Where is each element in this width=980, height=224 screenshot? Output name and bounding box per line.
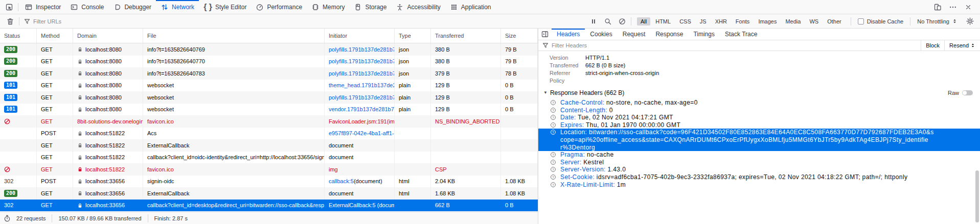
question-mark-icon[interactable]: ? <box>551 115 556 120</box>
initiator-link[interactable]: theme_head.1791b137de281... <box>329 82 395 88</box>
question-mark-icon[interactable]: ? <box>551 182 556 187</box>
question-mark-icon[interactable]: ? <box>551 108 556 113</box>
collapse-panel-button[interactable] <box>538 29 552 40</box>
column-header-domain[interactable]: Domain <box>73 29 143 43</box>
tab-storage[interactable]: Storage <box>349 0 391 14</box>
details-tab-timings[interactable]: Timings <box>688 29 720 40</box>
filter-urls-input[interactable] <box>33 18 586 24</box>
header-row[interactable]: ?X-Rate-Limit-Limit: 1m <box>538 181 980 189</box>
header-row[interactable]: ?Cache-Control: no-store, no-cache, max-… <box>538 99 980 107</box>
type-filter-css[interactable]: CSS <box>676 17 695 26</box>
details-tab-stack-trace[interactable]: Stack Trace <box>720 29 762 40</box>
column-header-file[interactable]: File <box>143 29 325 43</box>
header-row[interactable]: ?Server: Kestrel <box>538 159 980 166</box>
question-mark-icon[interactable]: ? <box>551 122 556 128</box>
type-filter-fonts[interactable]: Fonts <box>732 17 754 26</box>
column-header-type[interactable]: Type <box>395 29 431 43</box>
details-tab-headers[interactable]: Headers <box>552 29 585 40</box>
question-mark-icon[interactable]: ? <box>551 160 556 165</box>
details-tab-request[interactable]: Request <box>618 29 651 40</box>
close-devtools-button[interactable] <box>962 1 975 13</box>
vertical-scrollbar-thumb[interactable] <box>975 170 979 222</box>
tab-inspector[interactable]: Inspector <box>20 0 65 14</box>
initiator-link[interactable]: vendor.1791b137de281b787... <box>329 106 395 112</box>
question-mark-icon[interactable]: ? <box>551 100 556 105</box>
header-row[interactable]: ?Content-Length: 0 <box>538 107 980 114</box>
header-row[interactable]: ?Pragma: no-cache <box>538 151 980 159</box>
request-row[interactable]: 200GETlocalhost:8080info?t=1635826640783… <box>0 67 538 80</box>
tab-debugger[interactable]: Debugger <box>108 0 156 14</box>
question-mark-icon[interactable]: ? <box>551 130 556 135</box>
header-row[interactable]: ?Expires: Thu, 01 Jan 1970 00:00:00 GMT <box>538 121 980 129</box>
request-row[interactable]: POSTlocalhost:51822Acse957f897-042e-4ba1… <box>0 128 538 140</box>
request-row[interactable]: 101GETlocalhost:8080websocketpolyfills.1… <box>0 91 538 104</box>
initiator-link[interactable]: e957f897-042e-4ba1-aff1-... <box>329 130 395 136</box>
type-filter-all[interactable]: All <box>637 17 650 26</box>
type-filter-js[interactable]: JS <box>696 17 710 26</box>
header-row[interactable]: ?Server-Version: 1.43.0 <box>538 166 980 173</box>
request-row[interactable]: 200GETlocalhost:33656ExternalCallbackdoc… <box>0 187 538 200</box>
pause-recording-button[interactable] <box>586 15 601 28</box>
column-header-initiator[interactable]: Initiator <box>325 29 395 43</box>
filter-headers-input[interactable] <box>552 42 921 48</box>
search-button[interactable] <box>601 15 615 28</box>
tab-application[interactable]: Application <box>445 0 496 14</box>
disable-cache-checkbox[interactable] <box>858 18 864 24</box>
initiator-link[interactable]: FaviconLoader.jsm:191 <box>329 118 387 125</box>
throttling-select[interactable]: No Throttling <box>912 18 963 24</box>
column-header-method[interactable]: Method <box>37 29 73 43</box>
question-mark-icon[interactable]: ? <box>551 167 556 172</box>
type-filter-html[interactable]: HTML <box>652 17 674 26</box>
clear-requests-button[interactable] <box>3 15 17 28</box>
disable-cache-option[interactable]: Disable Cache <box>853 18 909 24</box>
type-filter-images[interactable]: Images <box>755 17 780 26</box>
request-row[interactable]: 101GETlocalhost:8080websockettheme_head.… <box>0 80 538 92</box>
request-row[interactable]: GETlocalhost:51822ExternalCallbackdocume… <box>0 139 538 152</box>
type-filter-ws[interactable]: WS <box>806 17 822 26</box>
resend-request-button[interactable]: Resend <box>944 40 980 51</box>
responsive-design-button[interactable] <box>931 1 944 13</box>
question-mark-icon[interactable]: ? <box>551 175 556 180</box>
meatballs-menu-button[interactable] <box>946 1 960 13</box>
initiator-link[interactable]: polyfills.1791b137de281b787... <box>329 46 395 53</box>
response-headers-section-header[interactable]: ▼ Response Headers (662 B) Raw <box>538 88 980 97</box>
tab-memory[interactable]: Memory <box>307 0 349 14</box>
tab-performance[interactable]: Performance <box>251 0 307 14</box>
request-row[interactable]: GETlocalhost:51822callback?client_id=oid… <box>0 152 538 164</box>
request-row[interactable]: 302GETlocalhost:33656callback?client_id=… <box>0 200 538 212</box>
header-row[interactable]: ?Location: bitwarden://sso-callback?code… <box>538 129 980 151</box>
lock-icon <box>77 70 83 76</box>
request-row[interactable]: GETlocalhost:51822favicon.icoimgCSP <box>0 163 538 176</box>
column-header-size[interactable]: Size <box>501 29 538 43</box>
initiator-link[interactable]: polyfills.1791b137de281b787... <box>329 58 395 64</box>
pick-element-button[interactable] <box>2 0 16 14</box>
column-header-transferred[interactable]: Transferred <box>431 29 501 43</box>
header-row[interactable]: ?Set-Cookie: idsrv=adf6cba1-7075-402b-9e… <box>538 173 980 181</box>
column-header-status[interactable]: Status <box>0 29 37 43</box>
tab-console[interactable]: Console <box>65 0 108 14</box>
question-mark-icon[interactable]: ? <box>551 152 556 157</box>
details-tab-cookies[interactable]: Cookies <box>585 29 617 40</box>
header-value: no-store, no-cache, max-age=0 <box>606 99 698 106</box>
request-row[interactable]: 200GETlocalhost:8080info?t=1635826640770… <box>0 56 538 68</box>
performance-analysis-button[interactable] <box>0 215 14 222</box>
header-row[interactable]: ?Date: Tue, 02 Nov 2021 04:17:21 GMT <box>538 114 980 121</box>
request-blocking-button[interactable] <box>615 15 629 28</box>
request-row[interactable]: 200GETlocalhost:8080info?t=1635826640769… <box>0 43 538 56</box>
type-filter-other[interactable]: Other <box>824 17 845 26</box>
details-tab-response[interactable]: Response <box>650 29 688 40</box>
tab-style-editor[interactable]: { }Style Editor <box>199 0 251 14</box>
type-filter-xhr[interactable]: XHR <box>712 17 731 26</box>
request-row[interactable]: 101GETlocalhost:8080websocketvendor.1791… <box>0 104 538 116</box>
tab-accessibility[interactable]: Accessibility <box>391 0 445 14</box>
initiator-link[interactable]: polyfills.1791b137de281b787... <box>329 70 395 77</box>
tab-network[interactable]: Network <box>156 0 199 14</box>
network-settings-button[interactable] <box>963 15 977 28</box>
initiator-link[interactable]: callback:5 <box>329 178 354 184</box>
request-row[interactable]: 302POSTlocalhost:33656signin-oidccallbac… <box>0 176 538 188</box>
request-row[interactable]: GET8bit-solutions-dev.onelogin....favico… <box>0 115 538 128</box>
block-url-button[interactable]: Block <box>921 40 944 51</box>
initiator-link[interactable]: polyfills.1791b137de281b787... <box>329 94 395 101</box>
raw-toggle-switch[interactable] <box>962 90 973 95</box>
type-filter-media[interactable]: Media <box>782 17 804 26</box>
